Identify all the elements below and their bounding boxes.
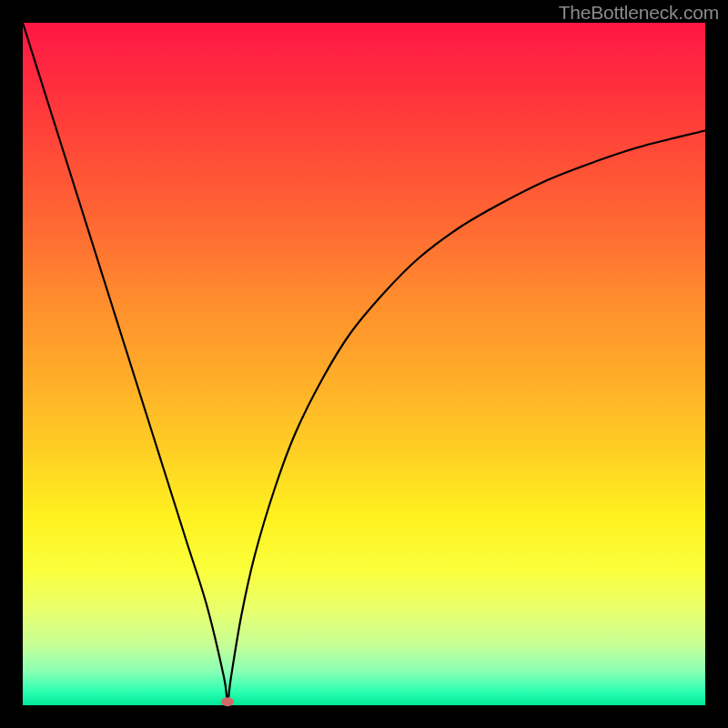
bottleneck-curve bbox=[23, 23, 705, 705]
chart-frame: TheBottleneck.com bbox=[0, 0, 728, 728]
plot-area bbox=[23, 23, 705, 705]
minimum-marker bbox=[221, 697, 234, 706]
watermark-text: TheBottleneck.com bbox=[559, 2, 719, 24]
